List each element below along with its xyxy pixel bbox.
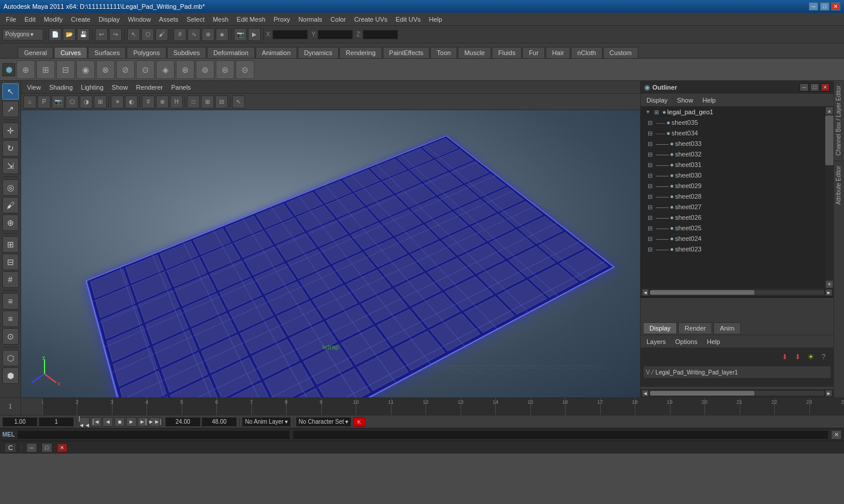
- menu-modify[interactable]: Modify: [40, 15, 66, 24]
- tool-select-transform[interactable]: ↖: [2, 83, 19, 100]
- layer-scroll-right[interactable]: ►: [825, 390, 832, 397]
- outliner-item-sheet029[interactable]: ⊟ —— ● sheet029: [641, 181, 825, 191]
- layer-scroll-left[interactable]: ◄: [642, 390, 649, 397]
- tool-multi-layer[interactable]: ≡: [2, 311, 19, 327]
- shelf-icon-1[interactable]: ⊕: [16, 60, 35, 79]
- menu-window[interactable]: Window: [124, 15, 154, 24]
- outliner-item-sheet031[interactable]: ⊟ —— ● sheet031: [641, 159, 825, 170]
- char-set-dropdown[interactable]: No Character Set ▾: [296, 417, 351, 427]
- shelf-tab-custom[interactable]: Custom: [603, 47, 638, 58]
- shelf-icon-9[interactable]: ⊛: [176, 60, 195, 79]
- shelf-icon-8[interactable]: ◈: [156, 60, 175, 79]
- layer-visible-icon[interactable]: ☀: [805, 352, 816, 362]
- tb-lasso[interactable]: ⬡: [141, 28, 154, 41]
- step-back-btn[interactable]: |◄: [91, 417, 101, 427]
- close-button[interactable]: ✕: [831, 2, 840, 11]
- vp-menu-lighting[interactable]: Lighting: [77, 83, 107, 92]
- status-min-btn[interactable]: ─: [26, 443, 37, 452]
- vp-tb-select-cursor[interactable]: ↖: [232, 96, 245, 108]
- tool-soft-select[interactable]: ◎: [2, 179, 19, 196]
- shelf-tab-dynamics[interactable]: Dynamics: [298, 47, 339, 58]
- vp-tb-light[interactable]: ☀: [111, 96, 124, 108]
- tb-snap-point[interactable]: ⊕: [202, 28, 215, 41]
- shelf-tab-polygons[interactable]: Polygons: [127, 47, 166, 58]
- vp-tb-quad[interactable]: ⊞: [201, 96, 214, 108]
- layer-new-icon[interactable]: ⬇: [780, 352, 790, 362]
- shelf-icon-10[interactable]: ⊚: [196, 60, 215, 79]
- outliner-item-sheet024[interactable]: ⊟ —— ● sheet024: [641, 233, 825, 244]
- outliner-item-sheet027[interactable]: ⊟ —— ● sheet027: [641, 202, 825, 212]
- shelf-tab-deformation[interactable]: Deformation: [207, 47, 255, 58]
- shelf-tab-rendering[interactable]: Rendering: [339, 47, 382, 58]
- outliner-minimize[interactable]: ─: [799, 83, 809, 91]
- tool-render[interactable]: ⬡: [2, 350, 19, 366]
- outliner-item-sheet030[interactable]: ⊟ —— ● sheet030: [641, 170, 825, 181]
- coord-z[interactable]: [363, 30, 398, 39]
- play-back-btn[interactable]: ◄: [103, 417, 113, 427]
- layer-visibility-toggle[interactable]: V: [646, 369, 650, 376]
- cmd-clear-btn[interactable]: ✕: [831, 430, 842, 440]
- tb-new[interactable]: 📄: [49, 28, 62, 41]
- shelf-icon-6[interactable]: ⊘: [116, 60, 135, 79]
- cb-tab-display[interactable]: Display: [643, 322, 677, 333]
- vp-menu-panels[interactable]: Panels: [168, 83, 195, 92]
- outliner-restore[interactable]: □: [810, 83, 819, 91]
- play-fwd-btn[interactable]: ►: [126, 417, 137, 427]
- shelf-tab-ncloth[interactable]: nCloth: [571, 47, 603, 58]
- vp-tb-persp[interactable]: P: [38, 96, 50, 108]
- shelf-tab-general[interactable]: General: [18, 47, 53, 58]
- timeline-ruler[interactable]: 123456789101112131415161718192021222324: [42, 398, 844, 415]
- shelf-tab-subdives[interactable]: Subdives: [167, 47, 206, 58]
- menu-create[interactable]: Create: [67, 15, 94, 24]
- goto-start-btn[interactable]: |◄◄: [79, 417, 90, 427]
- menu-help[interactable]: Help: [426, 15, 446, 24]
- vp-tb-camera[interactable]: 📷: [52, 96, 64, 108]
- tool-rotate[interactable]: ↻: [2, 140, 19, 156]
- cb-tab-anim[interactable]: Anim: [713, 322, 741, 333]
- vp-tb-single[interactable]: □: [187, 96, 200, 108]
- scroll-up-btn[interactable]: ▲: [825, 107, 833, 115]
- outliner-item-sheet025[interactable]: ⊟ —— ● sheet025: [641, 223, 825, 233]
- cb-tab-render[interactable]: Render: [678, 322, 712, 333]
- outliner-item-legal-pad[interactable]: ▼ ⊞ ● legal_pad_geo1: [641, 107, 825, 117]
- shelf-tab-surfaces[interactable]: Surfaces: [88, 47, 126, 58]
- tb-select[interactable]: ↖: [127, 28, 140, 41]
- menu-edit[interactable]: Edit: [21, 15, 39, 24]
- minimize-button[interactable]: ─: [809, 2, 818, 11]
- outliner-menu-display[interactable]: Display: [643, 96, 671, 105]
- scroll-x-track[interactable]: [650, 290, 824, 295]
- vp-menu-renderer[interactable]: Renderer: [132, 83, 166, 92]
- tb-snap-surface[interactable]: ◈: [216, 28, 229, 41]
- shelf-icon-4[interactable]: ◉: [76, 60, 95, 79]
- vp-tb-wireframe[interactable]: ⬡: [66, 96, 79, 108]
- le-menu-options[interactable]: Options: [672, 337, 701, 346]
- vp-tb-home[interactable]: ⌂: [23, 96, 36, 108]
- shelf-tab-painteffects[interactable]: PaintEffects: [383, 47, 430, 58]
- stop-btn[interactable]: ■: [114, 417, 125, 427]
- shelf-maya-logo[interactable]: ⬤: [2, 63, 15, 76]
- shelf-icon-7[interactable]: ⊙: [136, 60, 155, 79]
- anim-layer-dropdown[interactable]: No Anim Layer ▾: [242, 417, 291, 427]
- outliner-item-sheet035[interactable]: ⊟ —— ● sheet035: [641, 117, 825, 128]
- tool-layer[interactable]: ≡: [2, 293, 19, 309]
- tb-render[interactable]: ▶: [248, 28, 261, 41]
- auto-key-btn[interactable]: K: [353, 417, 365, 427]
- collapse-arrow[interactable]: ▼: [645, 109, 651, 115]
- menu-assets[interactable]: Assets: [155, 15, 182, 24]
- status-close-btn[interactable]: ✕: [57, 443, 67, 452]
- tool-scale[interactable]: ⇲: [2, 158, 19, 174]
- layer-scroll-x-track[interactable]: [650, 391, 824, 396]
- scroll-down-btn[interactable]: ▼: [825, 280, 833, 288]
- vp-menu-show[interactable]: Show: [108, 83, 132, 92]
- menu-mesh[interactable]: Mesh: [209, 15, 232, 24]
- shelf-tab-fur[interactable]: Fur: [522, 47, 545, 58]
- layer-row[interactable]: V ∕ Legal_Pad_Writing_Pad_layer1: [643, 366, 831, 379]
- vp-tb-grid[interactable]: #: [142, 96, 155, 108]
- step-fwd-btn[interactable]: ►|: [138, 417, 148, 427]
- shelf-tab-fluids[interactable]: Fluids: [492, 47, 522, 58]
- coord-y[interactable]: [318, 30, 353, 39]
- shelf-tab-hair[interactable]: Hair: [546, 47, 570, 58]
- range-start-field[interactable]: 1.00: [2, 417, 38, 427]
- vp-menu-view[interactable]: View: [23, 83, 45, 92]
- outliner-item-sheet032[interactable]: ⊟ —— ● sheet032: [641, 149, 825, 159]
